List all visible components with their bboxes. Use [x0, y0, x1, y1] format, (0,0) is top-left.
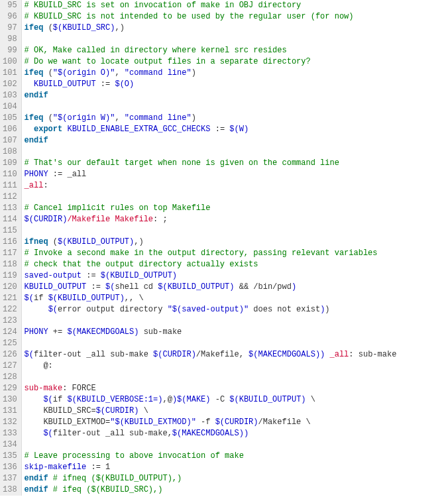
line-number: 122 [3, 304, 17, 315]
token-var: $(KBUILD_SRC) [53, 23, 115, 32]
token-var: $(CURDIR) [96, 406, 139, 415]
token-str: "command line" [125, 68, 192, 78]
line-number: 120 [3, 282, 17, 293]
token-str: "command line" [125, 113, 192, 123]
token-txt: ) [325, 305, 329, 314]
token-cmt: # Invoke a second make in the output dir… [25, 248, 378, 258]
token-txt: ,@ [162, 395, 172, 404]
line-number: 136 [3, 462, 17, 473]
token-txt: /Makefile \ [258, 417, 310, 427]
token-tgt: sub-make [25, 384, 63, 393]
token-txt: ( [48, 113, 53, 123]
line-number: 126 [3, 349, 17, 360]
code-line [25, 34, 448, 45]
token-var: $(KBUILD_OUTPUT) [229, 395, 306, 404]
code-line: # Invoke a second make in the output dir… [25, 248, 448, 259]
line-number: 105 [3, 113, 17, 124]
line-number: 112 [3, 192, 17, 203]
token-kw: endif [25, 474, 48, 483]
line-number: 103 [3, 90, 17, 101]
token-str: "$(KBUILD_EXTMOD)" [110, 417, 196, 427]
token-txt: ) [192, 113, 196, 123]
token-var: PHONY [25, 170, 48, 179]
token-var: $(KBUILD_OUTPUT) [158, 282, 234, 292]
code-content[interactable]: # KBUILD_SRC is set on invocation of mak… [22, 0, 448, 496]
line-number: 135 [3, 451, 17, 462]
code-line: # That's our default target when none is… [25, 158, 448, 169]
token-kw: export [34, 125, 67, 134]
code-line: KBUILD_OUTPUT := $(shell cd $(KBUILD_OUT… [25, 282, 448, 293]
token-txt: KBUILD_SRC= [25, 406, 96, 415]
code-line: # Leave processing to above invocation o… [25, 451, 448, 462]
code-line: # Cancel implicit rules on top Makefile [25, 203, 448, 214]
line-number: 111 [3, 180, 17, 192]
code-line: ifeq ($(KBUILD_SRC),) [25, 23, 448, 34]
token-var: ) [292, 282, 296, 292]
code-line: $(if $(KBUILD_OUTPUT),, \ [25, 293, 448, 304]
code-line: # KBUILD_SRC is not intended to be used … [25, 11, 448, 23]
token-txt: += [48, 327, 68, 337]
code-line: @: [25, 360, 448, 372]
code-line [25, 225, 448, 237]
code-line: # Do we want to locate output files in a… [25, 56, 448, 68]
token-txt: ,) [134, 237, 143, 247]
code-line: $(filter-out _all sub-make $(CURDIR)/Mak… [25, 349, 448, 360]
code-line: sub-make: FORCE [25, 383, 448, 394]
token-var: $( [25, 294, 34, 303]
code-line: # check that the output directory actual… [25, 259, 448, 270]
line-number: 137 [3, 473, 17, 484]
line-number: 132 [3, 417, 17, 428]
line-number: 100 [3, 56, 17, 68]
token-var: KBUILD_OUTPUT [34, 80, 96, 89]
line-number: 95 [3, 0, 17, 11]
token-txt [25, 305, 48, 314]
line-number: 127 [3, 360, 17, 372]
token-str: "$(origin W)" [53, 113, 115, 123]
token-txt [325, 350, 329, 359]
token-txt: shell cd [115, 282, 158, 292]
token-txt: ,) [115, 23, 124, 32]
token-txt: if [53, 395, 68, 404]
code-line: KBUILD_OUTPUT := $(O) [25, 79, 448, 90]
code-line [25, 315, 448, 327]
token-kw: ifeq [25, 68, 48, 78]
token-txt [48, 474, 53, 483]
token-txt: error output directory [58, 305, 168, 314]
line-number: 117 [3, 248, 17, 259]
line-number: 116 [3, 237, 17, 248]
token-str: "$(saved-output)" [168, 305, 249, 314]
token-kw: endif [25, 136, 48, 145]
token-var: $(CURDIR) [215, 417, 258, 427]
token-cmt: # ifneq ($(KBUILD_OUTPUT),) [53, 474, 182, 483]
token-txt: if [34, 294, 48, 303]
line-number: 125 [3, 338, 17, 349]
code-line: KBUILD_EXTMOD="$(KBUILD_EXTMOD)" -f $(CU… [25, 417, 448, 428]
token-var: $(MAKECMDGOALS) [249, 350, 320, 359]
token-txt: ) [192, 68, 196, 78]
line-number: 121 [3, 293, 17, 304]
line-number: 119 [3, 270, 17, 282]
line-number: 107 [3, 135, 17, 146]
token-txt: ( [48, 68, 53, 78]
token-cmt: # Do we want to locate output files in a… [25, 57, 311, 66]
line-number: 114 [3, 214, 17, 225]
token-var: $(KBUILD_OUTPUT) [48, 294, 125, 303]
code-line: ifeq ("$(origin O)", "command line") [25, 68, 448, 79]
line-number-gutter: 9596979899100101102103104105106107108109… [0, 0, 22, 496]
line-number: 96 [3, 11, 17, 23]
code-line: KBUILD_SRC=$(CURDIR) \ [25, 406, 448, 417]
token-txt: , [115, 113, 124, 123]
token-txt: -f [196, 417, 215, 427]
token-var: $(MAKECMDGOALS) [67, 327, 139, 337]
line-number: 106 [3, 124, 17, 135]
token-txt [25, 395, 44, 404]
code-line: $(if $(KBUILD_VERBOSE:1=),@)$(MAKE) -C $… [25, 394, 448, 406]
token-txt [25, 429, 44, 438]
code-line [25, 338, 448, 349]
line-number: 129 [3, 383, 17, 394]
token-txt: does not exist [249, 305, 320, 314]
line-number: 97 [3, 23, 17, 34]
code-line: endif # ifeq ($(KBUILD_SRC),) [25, 484, 448, 496]
token-txt: filter-out _all sub-make [34, 350, 153, 359]
code-line: _all: [25, 180, 448, 192]
